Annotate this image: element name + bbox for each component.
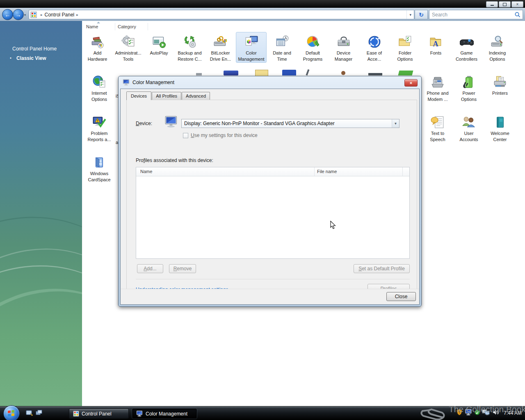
- restore-button[interactable]: [499, 1, 511, 7]
- sidebar-item-classic-view[interactable]: Classic View: [16, 55, 46, 61]
- icon-power-options[interactable]: PowerOptions: [453, 72, 485, 103]
- internet-options-icon: [92, 75, 106, 89]
- dialog-close-button[interactable]: ×: [404, 79, 418, 87]
- address-dropdown-icon[interactable]: ▾: [406, 10, 414, 19]
- minimize-button[interactable]: [486, 1, 498, 7]
- icon-label: Time: [277, 57, 287, 62]
- icon-problem-reports[interactable]: ProblemReports a...: [83, 112, 115, 143]
- start-button[interactable]: [3, 405, 20, 420]
- column-header-category[interactable]: Category: [118, 24, 136, 29]
- icon-bitlocker[interactable]: BitLockerDrive En...: [205, 32, 236, 63]
- search-box[interactable]: [429, 10, 523, 19]
- recent-pages-chevron-icon[interactable]: ▾: [24, 13, 26, 17]
- icon-device-manager[interactable]: DeviceManager: [328, 32, 359, 63]
- icon-ease-of-access[interactable]: Ease ofAcce...: [359, 32, 390, 63]
- icon-folder-options[interactable]: FolderOptions: [390, 32, 420, 63]
- game-controllers-icon: [460, 35, 474, 49]
- icon-user-accounts[interactable]: UserAccounts: [453, 112, 485, 143]
- sidebar: Control Panel Home • Classic View: [0, 21, 82, 406]
- list-column-separator[interactable]: [314, 167, 315, 176]
- close-button[interactable]: Close: [386, 292, 416, 301]
- sidebar-item-control-panel-home[interactable]: Control Panel Home: [12, 46, 57, 52]
- icon-label: Restore C...: [178, 57, 202, 62]
- tab-all-profiles[interactable]: All Profiles: [152, 92, 181, 100]
- control-panel-icon: [73, 411, 79, 417]
- phone-modem-icon: [431, 75, 445, 89]
- icon-label: Indexing: [489, 50, 506, 55]
- monitor-icon: [136, 411, 143, 417]
- ease-of-access-icon: [368, 35, 381, 49]
- list-column-name[interactable]: Name: [140, 169, 152, 174]
- column-header-name[interactable]: Name: [86, 24, 98, 29]
- icon-text-to-speech[interactable]: Text toSpeech: [422, 112, 454, 143]
- breadcrumb-arrow-icon[interactable]: ▸: [76, 13, 78, 17]
- profiles-associated-label: Profiles associated with this device:: [136, 158, 213, 163]
- combobox-dropdown-icon[interactable]: ▼: [392, 119, 399, 128]
- icon-label: Drive En...: [210, 57, 231, 62]
- refresh-button[interactable]: ↻: [415, 10, 428, 19]
- refresh-icon: ↻: [419, 11, 424, 18]
- column-separator[interactable]: [115, 23, 115, 30]
- icon-label: BitLocker: [211, 50, 230, 55]
- icon-label: Windows: [90, 171, 109, 176]
- separator-line: [136, 279, 410, 279]
- user-accounts-icon: [462, 115, 476, 129]
- list-column-file-name[interactable]: File name: [317, 169, 337, 174]
- default-programs-icon: [306, 35, 320, 49]
- device-combobox[interactable]: Display: Generic Non-PnP Monitor - Stand…: [181, 119, 399, 128]
- remove-button[interactable]: Remove: [169, 264, 196, 273]
- dialog-footer: Close: [121, 289, 419, 304]
- icon-game-controllers[interactable]: GameControllers: [451, 32, 482, 63]
- icon-welcome-center[interactable]: WelcomeCenter: [484, 112, 516, 143]
- icon-backup-and-restore[interactable]: Backup andRestore C...: [174, 32, 205, 63]
- set-as-default-profile-button[interactable]: Set as Default Profile: [354, 264, 410, 273]
- switch-windows-icon[interactable]: [35, 409, 43, 417]
- tab-advanced[interactable]: Advanced: [182, 92, 210, 100]
- tab-devices[interactable]: Devices: [126, 91, 151, 100]
- profiles-list[interactable]: Name File name: [136, 167, 410, 259]
- icon-color-management-selected[interactable]: ColorManagement: [236, 32, 267, 63]
- taskbar-button-color-management[interactable]: Color Management: [132, 409, 197, 419]
- use-my-settings-checkbox[interactable]: [183, 133, 188, 138]
- address-bar[interactable]: ▸ Control Panel ▸ ▾: [29, 10, 414, 19]
- power-options-icon: [462, 75, 476, 89]
- date-time-icon: [275, 35, 289, 49]
- icon-indexing-options[interactable]: IndexingOptions: [482, 32, 513, 63]
- search-input[interactable]: [429, 12, 514, 18]
- icon-label: Acce...: [368, 57, 381, 62]
- icon-phone-and-modem[interactable]: Phone andModem ...: [422, 72, 454, 103]
- taskbar-button-label: Control Panel: [82, 411, 112, 417]
- forward-button[interactable]: →: [13, 9, 24, 20]
- icon-label: Game: [461, 50, 473, 55]
- icon-add-hardware[interactable]: AddHardware: [82, 32, 113, 63]
- icon-label: AutoPlay: [150, 50, 168, 55]
- breadcrumb[interactable]: Control Panel: [45, 12, 75, 18]
- classic-view-bullet-icon: •: [10, 55, 11, 60]
- icon-date-and-time[interactable]: Date andTime: [267, 32, 297, 63]
- icon-label: CardSpace: [88, 177, 110, 182]
- text-to-speech-icon: [431, 115, 445, 129]
- dialog-titlebar[interactable]: Color Management: [123, 79, 174, 86]
- icon-label: Programs: [303, 57, 323, 62]
- icon-internet-options[interactable]: InternetOptions: [83, 72, 115, 103]
- back-button[interactable]: ←: [2, 9, 13, 20]
- administrative-tools-icon: [121, 35, 135, 49]
- icon-label: User: [464, 131, 473, 136]
- show-desktop-icon[interactable]: [25, 409, 33, 417]
- icon-printers[interactable]: Printers: [484, 72, 516, 97]
- list-column-separator[interactable]: [402, 167, 403, 176]
- window-titlebar: ×: [0, 0, 525, 8]
- dialog-title: Color Management: [132, 80, 174, 85]
- icon-administrative-tools[interactable]: Administrat...Tools: [113, 32, 144, 63]
- icon-label: Text to: [431, 131, 444, 136]
- icon-fonts[interactable]: Fonts: [420, 32, 451, 63]
- icon-autoplay[interactable]: AutoPlay: [144, 32, 174, 63]
- taskbar-button-control-panel[interactable]: Control Panel: [69, 409, 129, 419]
- windows-flag-icon: [8, 410, 15, 416]
- icon-windows-cardspace[interactable]: WindowsCardSpace: [83, 153, 115, 183]
- use-my-settings-label[interactable]: Use my settings for this device: [191, 132, 258, 138]
- close-window-button[interactable]: ×: [511, 1, 523, 7]
- add-button[interactable]: Add...: [137, 264, 163, 273]
- column-separator[interactable]: [148, 23, 148, 30]
- icon-default-programs[interactable]: DefaultPrograms: [297, 32, 328, 63]
